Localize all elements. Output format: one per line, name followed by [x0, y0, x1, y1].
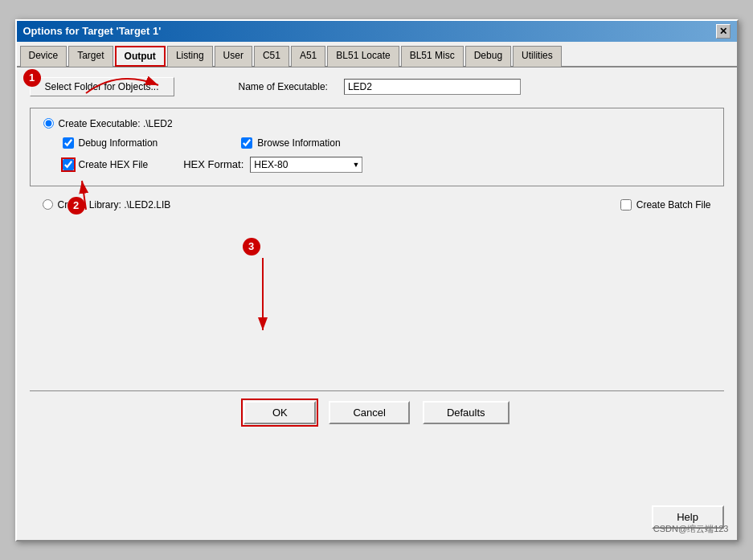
- tab-bl51-misc[interactable]: BL51 Misc: [401, 46, 464, 67]
- create-batch-check-label[interactable]: Create Batch File: [620, 199, 711, 211]
- create-exec-label: Create Executable: .\LED2: [59, 118, 173, 129]
- browse-info-checkbox[interactable]: [241, 137, 252, 149]
- create-hex-check-label[interactable]: Create HEX File: [63, 159, 149, 170]
- ok-button[interactable]: OK: [243, 401, 316, 424]
- spacer-area: 3: [30, 214, 724, 358]
- hex-format-select-wrapper: HEX-80 HEX-386: [250, 157, 362, 173]
- watermark: CSDN@绾云端123: [653, 523, 729, 535]
- tab-a51[interactable]: A51: [291, 46, 325, 67]
- annotation-3: 3: [243, 238, 260, 255]
- hex-format-select[interactable]: HEX-80 HEX-386: [250, 157, 362, 173]
- title-bar: Options for Target 'Target 1' ✕: [17, 21, 737, 42]
- browse-info-label: Browse Information: [257, 137, 340, 149]
- tab-content-output: 1 Select Folder for Objects... Name of E…: [17, 67, 737, 444]
- defaults-button[interactable]: Defaults: [423, 401, 510, 424]
- top-row: 1 Select Folder for Objects... Name of E…: [30, 77, 724, 96]
- arrow-3: [247, 254, 295, 342]
- create-batch-checkbox[interactable]: [620, 199, 632, 211]
- browse-info-check-label[interactable]: Browse Information: [241, 137, 340, 149]
- create-hex-label: Create HEX File: [79, 159, 149, 170]
- debug-browse-row: Debug Information Browse Information: [43, 137, 710, 149]
- create-lib-radio-label[interactable]: Create Library: .\LED2.LIB: [43, 199, 171, 211]
- close-button[interactable]: ✕: [716, 24, 730, 39]
- tab-target[interactable]: Target: [68, 46, 113, 67]
- tab-bl51-locate[interactable]: BL51 Locate: [327, 46, 399, 67]
- cancel-button[interactable]: Cancel: [329, 401, 409, 424]
- tab-user[interactable]: User: [215, 46, 252, 67]
- tab-listing[interactable]: Listing: [167, 46, 213, 67]
- bottom-area: Create Library: .\LED2.LIB Create Batch …: [30, 196, 724, 214]
- tab-c51[interactable]: C51: [254, 46, 289, 67]
- tabs-row: Device Target Output Listing User C51 A5…: [17, 42, 737, 67]
- tab-debug[interactable]: Debug: [465, 46, 511, 67]
- dialog-title: Options for Target 'Target 1': [23, 25, 162, 37]
- annotation-2: 2: [68, 197, 85, 215]
- group-box-content: Create Executable: .\LED2 Debug Informat…: [43, 118, 710, 173]
- select-folder-button[interactable]: Select Folder for Objects...: [30, 77, 174, 96]
- group-box-output: Create Executable: .\LED2 Debug Informat…: [30, 108, 724, 186]
- debug-info-check-label[interactable]: Debug Information: [63, 137, 158, 149]
- tab-utilities[interactable]: Utilities: [513, 46, 562, 67]
- name-exec-input[interactable]: [344, 79, 521, 95]
- create-hex-checkbox[interactable]: [63, 159, 74, 170]
- create-exec-radio-label[interactable]: Create Executable: .\LED2: [43, 118, 173, 129]
- create-exec-row: Create Executable: .\LED2: [43, 118, 710, 129]
- name-exec-label: Name of Executable:: [239, 81, 328, 92]
- debug-info-checkbox[interactable]: [63, 137, 74, 149]
- tab-output[interactable]: Output: [115, 46, 166, 67]
- button-row: OK Cancel Defaults Help: [30, 390, 724, 434]
- annotation-1: 1: [23, 69, 41, 87]
- create-exec-radio[interactable]: [43, 118, 54, 129]
- main-dialog: Options for Target 'Target 1' ✕ Device T…: [15, 19, 739, 542]
- hex-format-label: HEX Format:: [183, 158, 243, 170]
- create-lib-radio[interactable]: [43, 199, 53, 210]
- debug-info-label: Debug Information: [79, 137, 158, 149]
- hex-file-row: 2 Create HEX File: [43, 157, 710, 173]
- create-batch-label: Create Batch File: [636, 199, 711, 211]
- tab-device[interactable]: Device: [20, 46, 68, 67]
- hex-format-row: HEX Format: HEX-80 HEX-386: [183, 157, 362, 173]
